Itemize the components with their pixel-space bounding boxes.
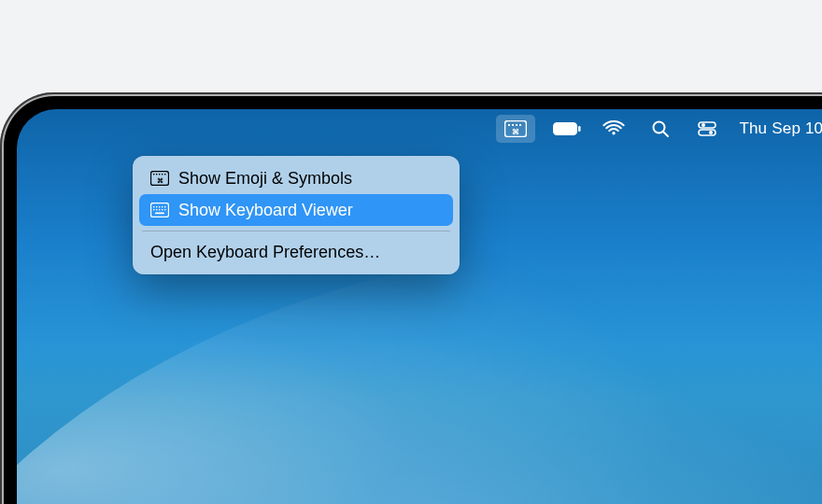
svg-text:⌘: ⌘ bbox=[157, 177, 163, 184]
svg-text:⌘: ⌘ bbox=[512, 128, 519, 136]
svg-rect-6 bbox=[554, 123, 577, 135]
svg-rect-7 bbox=[578, 126, 581, 132]
svg-rect-22 bbox=[153, 206, 154, 207]
svg-rect-23 bbox=[156, 206, 157, 207]
menu-bar: ⌘ bbox=[17, 109, 822, 148]
menu-item-label: Show Keyboard Viewer bbox=[178, 201, 353, 220]
menu-item-emoji-symbols[interactable]: ⌘ Show Emoji & Symbols bbox=[139, 162, 453, 194]
spotlight-menu-extra[interactable] bbox=[645, 109, 675, 148]
menu-item-label: Show Emoji & Symbols bbox=[178, 169, 352, 189]
character-viewer-icon: ⌘ bbox=[150, 171, 169, 186]
menu-item-label: Open Keyboard Preferences… bbox=[150, 243, 380, 262]
svg-rect-19 bbox=[164, 174, 165, 175]
svg-rect-12 bbox=[699, 130, 716, 135]
svg-rect-24 bbox=[159, 206, 160, 207]
svg-rect-3 bbox=[516, 124, 517, 126]
svg-rect-25 bbox=[162, 206, 163, 207]
svg-rect-18 bbox=[162, 174, 163, 175]
menu-item-keyboard-preferences[interactable]: Open Keyboard Preferences… bbox=[139, 236, 453, 268]
device-bezel: ⌘ bbox=[0, 92, 822, 504]
input-source-menu-extra[interactable]: ⌘ bbox=[496, 115, 535, 143]
battery-menu-extra[interactable] bbox=[552, 109, 582, 148]
date-text: Thu Sep 10 bbox=[739, 119, 822, 138]
menu-item-keyboard-viewer[interactable]: Show Keyboard Viewer bbox=[139, 194, 453, 226]
svg-rect-26 bbox=[164, 206, 165, 207]
keyboard-viewer-icon bbox=[150, 203, 169, 217]
svg-rect-15 bbox=[153, 174, 154, 175]
svg-rect-4 bbox=[519, 124, 521, 126]
svg-line-9 bbox=[664, 133, 669, 137]
svg-point-11 bbox=[702, 123, 705, 127]
svg-rect-29 bbox=[159, 209, 160, 210]
svg-rect-30 bbox=[162, 209, 163, 210]
desktop: ⌘ bbox=[17, 109, 822, 504]
svg-rect-27 bbox=[153, 209, 154, 210]
menu-separator bbox=[142, 231, 450, 231]
control-center-menu-extra[interactable] bbox=[692, 109, 722, 148]
svg-point-13 bbox=[709, 131, 713, 134]
svg-rect-2 bbox=[512, 124, 514, 126]
menu-bar-clock[interactable]: Thu Sep 10 9:41 PM bbox=[739, 119, 822, 138]
svg-rect-1 bbox=[508, 124, 510, 126]
svg-point-8 bbox=[654, 122, 665, 133]
svg-rect-16 bbox=[156, 174, 157, 175]
svg-rect-31 bbox=[164, 209, 165, 210]
input-source-dropdown: ⌘ Show Emoji & Symbols Show Keyboard Vie… bbox=[133, 156, 460, 274]
svg-rect-32 bbox=[155, 213, 164, 215]
svg-rect-17 bbox=[159, 174, 160, 175]
wifi-menu-extra[interactable] bbox=[599, 109, 629, 148]
svg-rect-10 bbox=[699, 122, 716, 128]
svg-rect-28 bbox=[156, 209, 157, 210]
